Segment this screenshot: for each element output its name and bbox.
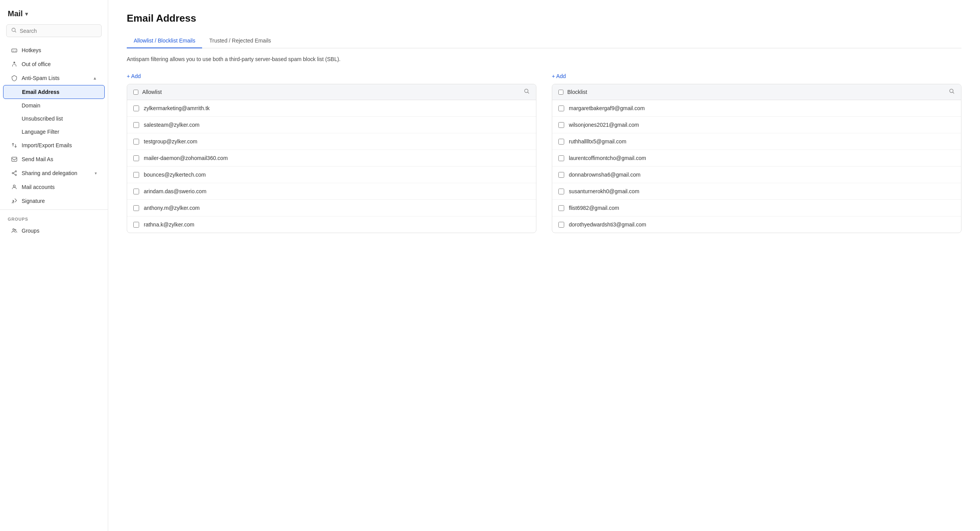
lists-container: + Add Allowlist zylkermarketing@amrrith.… bbox=[127, 73, 961, 233]
blocklist-box: Blocklist margaretbakergaf9@gmail.com wi… bbox=[552, 84, 961, 233]
svg-point-7 bbox=[15, 174, 16, 175]
search-box[interactable] bbox=[6, 24, 102, 37]
sidebar-subitem-unsubscribed[interactable]: Unsubscribed list bbox=[3, 112, 105, 125]
blocklist-search-icon[interactable] bbox=[949, 88, 955, 96]
sidebar-item-anti-spam-label: Anti-Spam Lists bbox=[22, 75, 60, 81]
blocklist-item-6: susanturnerokh0@gmail.com bbox=[552, 183, 961, 200]
sidebar-divider bbox=[0, 209, 108, 210]
svg-line-12 bbox=[527, 92, 529, 93]
allowlist-select-all-checkbox[interactable] bbox=[133, 90, 138, 95]
blocklist-item-5: donnabrownsha6@gmail.com bbox=[552, 167, 961, 183]
sidebar-item-send-mail-as[interactable]: Send Mail As bbox=[3, 152, 105, 166]
blocklist-panel: + Add Blocklist margaretbakergaf9@gmail.… bbox=[552, 73, 961, 233]
svg-rect-2 bbox=[12, 49, 17, 52]
anti-spam-chevron: ▲ bbox=[93, 76, 97, 80]
search-icon bbox=[11, 27, 17, 34]
svg-point-8 bbox=[13, 185, 15, 187]
description-text: Antispam filtering allows you to use bot… bbox=[127, 56, 961, 62]
sharing-chevron: ▾ bbox=[95, 171, 97, 176]
sidebar-item-sharing-label: Sharing and delegation bbox=[22, 170, 77, 176]
tab-allowlist-blocklist[interactable]: Allowlist / Blocklist Emails bbox=[127, 34, 202, 48]
allowlist-box: Allowlist zylkermarketing@amrrith.tk sal… bbox=[127, 84, 536, 233]
blocklist-checkbox-8[interactable] bbox=[558, 222, 564, 228]
svg-point-5 bbox=[15, 171, 16, 172]
import-export-icon bbox=[11, 142, 18, 148]
sidebar-subitem-language-filter-label: Language Filter bbox=[22, 129, 59, 135]
allowlist-search-icon[interactable] bbox=[524, 88, 530, 96]
allowlist-checkbox-4[interactable] bbox=[133, 155, 139, 161]
sidebar-item-out-of-office[interactable]: Out of office bbox=[3, 57, 105, 71]
blocklist-checkbox-6[interactable] bbox=[558, 189, 564, 194]
blocklist-item-4: laurentcoffimontcho@gmail.com bbox=[552, 150, 961, 167]
svg-point-9 bbox=[13, 229, 14, 230]
allowlist-panel: + Add Allowlist zylkermarketing@amrrith.… bbox=[127, 73, 536, 233]
blocklist-checkbox-3[interactable] bbox=[558, 139, 564, 145]
svg-rect-4 bbox=[12, 157, 17, 162]
allowlist-item-7: anthony.m@zylker.com bbox=[127, 200, 536, 216]
blocklist-checkbox-2[interactable] bbox=[558, 122, 564, 128]
tabs-bar: Allowlist / Blocklist Emails Trusted / R… bbox=[127, 34, 961, 48]
sidebar-subitem-unsubscribed-label: Unsubscribed list bbox=[22, 116, 63, 122]
groups-section-label: GROUPS bbox=[0, 211, 108, 224]
mail-accounts-icon bbox=[11, 184, 18, 190]
sidebar-item-groups-label: Groups bbox=[22, 228, 39, 234]
sidebar-subitem-language-filter[interactable]: Language Filter bbox=[3, 125, 105, 138]
sidebar-item-signature-label: Signature bbox=[22, 198, 45, 204]
sidebar-item-import-export[interactable]: Import/Export Emails bbox=[3, 138, 105, 152]
page-title: Email Address bbox=[127, 12, 961, 24]
signature-icon bbox=[11, 198, 18, 204]
blocklist-checkbox-5[interactable] bbox=[558, 172, 564, 178]
sidebar-subitem-domain[interactable]: Domain bbox=[3, 99, 105, 112]
app-title-text: Mail bbox=[8, 9, 23, 18]
sidebar-item-send-mail-as-label: Send Mail As bbox=[22, 156, 53, 162]
app-title-chevron: ▾ bbox=[25, 11, 28, 17]
allowlist-checkbox-6[interactable] bbox=[133, 189, 139, 194]
allowlist-checkbox-2[interactable] bbox=[133, 122, 139, 128]
allowlist-checkbox-1[interactable] bbox=[133, 106, 139, 111]
sidebar-item-out-of-office-label: Out of office bbox=[22, 61, 51, 67]
anti-spam-icon bbox=[11, 75, 18, 81]
blocklist-checkbox-7[interactable] bbox=[558, 205, 564, 211]
app-title[interactable]: Mail ▾ bbox=[0, 6, 108, 24]
sidebar-item-hotkeys-label: Hotkeys bbox=[22, 47, 41, 53]
sidebar-subitem-email-address[interactable]: Email Address bbox=[3, 85, 105, 99]
svg-line-14 bbox=[953, 92, 954, 93]
sidebar-item-groups[interactable]: Groups bbox=[3, 224, 105, 238]
sharing-icon bbox=[11, 170, 18, 176]
search-input[interactable] bbox=[20, 28, 97, 34]
blocklist-item-7: flist6982@gmail.com bbox=[552, 200, 961, 216]
blocklist-title: Blocklist bbox=[567, 89, 587, 95]
allowlist-item-6: arindam.das@swerio.com bbox=[127, 183, 536, 200]
svg-point-10 bbox=[15, 229, 16, 230]
allowlist-item-2: salesteam@zylker.com bbox=[127, 117, 536, 133]
hotkeys-icon bbox=[11, 47, 18, 53]
blocklist-checkbox-1[interactable] bbox=[558, 106, 564, 111]
allowlist-checkbox-5[interactable] bbox=[133, 172, 139, 178]
tab-trusted-rejected[interactable]: Trusted / Rejected Emails bbox=[202, 34, 278, 48]
svg-line-1 bbox=[15, 31, 16, 32]
blocklist-item-8: dorothyedwardshti3@gmail.com bbox=[552, 216, 961, 233]
allowlist-item-4: mailer-daemon@zohomail360.com bbox=[127, 150, 536, 167]
sidebar-subitem-domain-label: Domain bbox=[22, 102, 40, 109]
allowlist-checkbox-8[interactable] bbox=[133, 222, 139, 228]
blocklist-item-3: ruthhalllltx5@gmail.com bbox=[552, 133, 961, 150]
allowlist-checkbox-3[interactable] bbox=[133, 139, 139, 145]
groups-icon bbox=[11, 228, 18, 234]
blocklist-checkbox-4[interactable] bbox=[558, 155, 564, 161]
sidebar-item-import-export-label: Import/Export Emails bbox=[22, 142, 72, 148]
allowlist-title: Allowlist bbox=[142, 89, 162, 95]
sidebar-item-mail-accounts[interactable]: Mail accounts bbox=[3, 180, 105, 194]
out-of-office-icon bbox=[11, 61, 18, 67]
sidebar-item-sharing[interactable]: Sharing and delegation ▾ bbox=[3, 166, 105, 180]
blocklist-item-1: margaretbakergaf9@gmail.com bbox=[552, 100, 961, 117]
main-content: Email Address Allowlist / Blocklist Emai… bbox=[108, 0, 980, 531]
sidebar-item-mail-accounts-label: Mail accounts bbox=[22, 184, 55, 190]
blocklist-select-all-checkbox[interactable] bbox=[558, 90, 563, 95]
allowlist-header: Allowlist bbox=[127, 84, 536, 100]
sidebar-item-hotkeys[interactable]: Hotkeys bbox=[3, 43, 105, 57]
add-allowlist-button[interactable]: + Add bbox=[127, 73, 141, 79]
add-blocklist-button[interactable]: + Add bbox=[552, 73, 566, 79]
sidebar-item-signature[interactable]: Signature bbox=[3, 194, 105, 208]
sidebar-item-anti-spam[interactable]: Anti-Spam Lists ▲ bbox=[3, 71, 105, 85]
allowlist-checkbox-7[interactable] bbox=[133, 205, 139, 211]
